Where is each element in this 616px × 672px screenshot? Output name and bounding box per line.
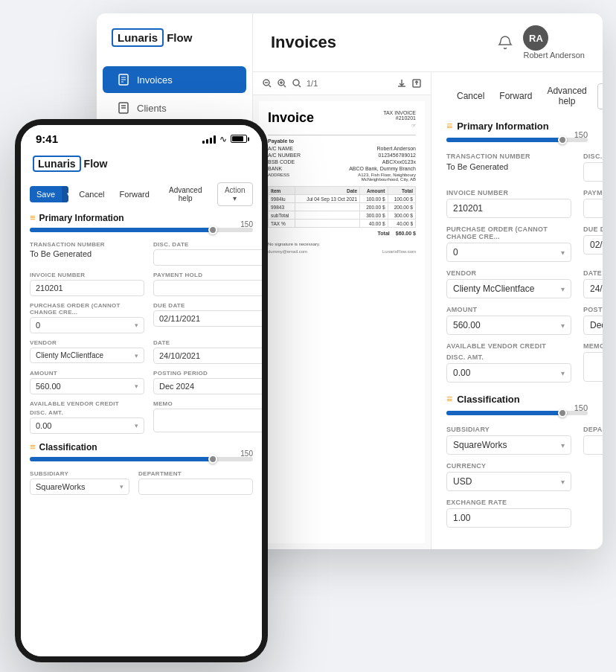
mobile-purchase-order-label: PURCHASE ORDER (CANNOT CHANGE CRE... [30,302,144,316]
primary-progress-handle[interactable] [558,135,567,144]
mobile-due-date-input[interactable] [153,310,262,327]
due-date-group: DUE DATE [583,225,603,262]
mobile-posting-period-label: POSTING PERIOD [153,370,262,377]
classification-section-header: ≡ Classification [446,393,588,405]
primary-progress-value: 150 [574,130,588,139]
due-date-input[interactable] [583,235,603,255]
mobile-purchase-order-select[interactable]: 0 ▾ [30,317,144,333]
signal-bar-1 [202,141,205,144]
primary-section-header: ≡ Primary Information [446,120,588,132]
mobile-action-button[interactable]: Action ▾ [217,182,253,206]
mobile-classification-header: ≡ Classification [30,441,253,452]
memo-input[interactable] [583,352,603,382]
svg-line-14 [284,86,286,88]
mobile-transaction-value: To Be Generated [30,249,144,258]
signal-bar-3 [210,138,212,144]
mobile-vendor-select[interactable]: Clienty McClientface ▾ [30,348,144,363]
signal-bars-icon [202,135,216,144]
mobile-memo-label: MEMO [153,400,262,407]
vendor-select[interactable]: Clienty McClientface ▾ [446,279,571,298]
department-input[interactable] [583,435,603,455]
svg-point-15 [293,80,299,86]
invoice-tax-box: TAX INVOICE #210201 ☞ [383,110,416,129]
bell-icon[interactable] [498,35,513,50]
footer-email: dummy@email.com [268,249,307,254]
exchange-rate-group: EXCHANGE RATE [446,499,571,528]
payment-hold-input[interactable] [583,199,603,218]
date-input[interactable] [583,279,603,298]
mobile-primary-section-header: ≡ Primary Information [30,212,253,223]
download-icon[interactable] [397,78,407,89]
sidebar-item-invoices[interactable]: Invoices [103,66,246,93]
upload-icon[interactable] [411,78,422,89]
mobile-posting-period-input[interactable] [153,378,262,394]
mobile-primary-progress[interactable]: 150 [30,228,253,232]
page-indicator: 1/1 [307,79,318,88]
mobile-subsidiary-label: SUBSIDIARY [30,470,129,477]
mobile-invoice-number-group: INVOICE NUMBER [30,272,144,296]
currency-select[interactable]: USD ▾ [446,472,571,491]
mobile-disc-date-input[interactable] [153,249,262,266]
classification-progress-handle[interactable] [558,409,567,417]
forward-button[interactable]: Forward [495,88,536,104]
mobile-cancel-button[interactable]: Cancel [74,187,109,202]
mobile-memo-input[interactable] [153,409,262,432]
classification-progress-bar[interactable]: 150 [446,411,588,415]
transaction-number-group: TRANSACTION NUMBER To Be Generated [446,153,571,182]
invoices-label: Invoices [137,74,173,86]
zoom-in-icon[interactable] [277,78,287,89]
primary-section-icon: ≡ [446,120,452,132]
disc-date-input[interactable] [583,162,603,182]
primary-progress-fill [446,138,562,142]
mobile-subsidiary-select[interactable]: SquareWorks ▾ [30,479,129,495]
sidebar-item-clients[interactable]: Clients [103,95,246,121]
advanced-help-button[interactable]: Advanced help [542,83,591,109]
action-button[interactable]: Action ▾ [597,83,603,109]
mobile-classification-title: Classification [39,442,97,452]
mobile-save-dropdown-arrow[interactable]: ▾ [62,186,68,202]
mobile-status-bar: 9:41 ∿ [21,125,262,150]
classification-section-icon: ≡ [446,393,452,405]
subsidiary-group: SUBSIDIARY SquareWorks ▾ [446,426,571,455]
mobile-disc-amt-label: DISC. AMT. [30,409,144,416]
invoice-area: 1/1 Invoice [253,72,603,549]
sidebar-logo: Lunaris Flow [97,28,252,65]
invoice-number-input[interactable] [446,199,571,218]
amount-group: AMOUNT 560.00 ▾ [446,306,571,335]
mobile-disc-amt-select[interactable]: 0.00 ▾ [30,417,144,434]
mobile-invoice-number-input[interactable] [30,280,144,296]
mobile-amount-select[interactable]: 560.00 ▾ [30,378,144,394]
mobile-primary-form-grid: TRANSACTION NUMBER To Be Generated DISC.… [30,241,253,434]
mobile-forward-button[interactable]: Forward [115,187,154,202]
zoom-out-icon[interactable] [262,78,272,89]
disc-amt-select[interactable]: 0.00 ▾ [446,363,571,383]
mobile-disc-amt-group: AVAILABLE VENDOR CREDIT DISC. AMT. 0.00 … [30,400,144,434]
primary-form-grid: TRANSACTION NUMBER To Be Generated DISC.… [446,153,588,383]
primary-progress-bar[interactable]: 150 [446,138,588,142]
mobile-primary-section: ≡ Primary Information 150 TRANSACTION NU… [21,212,262,495]
mobile-primary-progress-handle[interactable] [208,225,217,234]
mobile-amount-group: AMOUNT 560.00 ▾ [30,370,144,394]
mobile-save-button[interactable]: Save ▾ [30,186,68,202]
subsidiary-select[interactable]: SquareWorks ▾ [446,435,571,455]
invoice-doc-title: Invoice [268,110,314,129]
reset-zoom-icon[interactable] [292,78,302,89]
user-info: RA Robert Anderson [523,25,585,60]
mobile-date-label: DATE [153,339,262,346]
exchange-rate-input[interactable] [446,508,571,528]
mobile-classification-progress[interactable]: 150 [30,457,253,461]
mobile-classification-handle[interactable] [208,455,217,464]
disc-amt-group: AVAILABLE VENDOR CREDIT DISC. AMT. 0.00 … [446,342,571,383]
footer-website: LunarisFlow.com [382,249,416,254]
mobile-payment-hold-input[interactable] [153,280,262,296]
status-icons: ∿ [202,134,247,144]
mobile-department-input[interactable] [138,479,253,495]
mobile-logo-bar: Lunaris Flow [21,150,262,179]
cancel-button[interactable]: Cancel [452,88,489,104]
amount-select[interactable]: 560.00 ▾ [446,316,571,335]
mobile-advanced-button[interactable]: Advanced help [160,183,211,205]
posting-period-input[interactable] [583,316,603,335]
form-pane: Save ▾ Cancel Forward Advanced help Acti… [431,72,603,549]
mobile-date-input[interactable] [153,348,262,364]
purchase-order-select[interactable]: 0 ▾ [446,243,571,262]
